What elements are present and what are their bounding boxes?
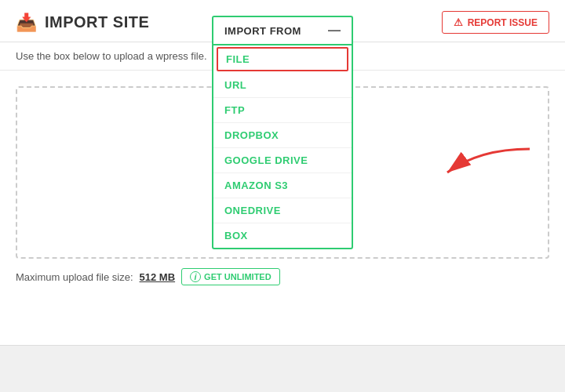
file-size-label: Maximum upload file size:	[16, 271, 133, 283]
get-unlimited-button[interactable]: i GET UNLIMITED	[181, 268, 280, 285]
main-content: Drag & Drop to upload IMPORT FROM — FILE…	[0, 71, 565, 345]
menu-item-onedrive[interactable]: ONEDRIVE	[213, 198, 352, 223]
menu-item-dropbox[interactable]: DROPBOX	[213, 123, 352, 148]
menu-item-url[interactable]: URL	[213, 73, 352, 98]
file-size-value[interactable]: 512 MB	[140, 271, 176, 283]
import-from-menu: FILE URL FTP DROPBOX GOOGLE DRIVE AMAZON…	[212, 44, 353, 249]
collapse-icon: —	[328, 24, 341, 38]
menu-item-amazon-s3[interactable]: AMAZON S3	[213, 173, 352, 198]
menu-item-ftp[interactable]: FTP	[213, 98, 352, 123]
report-issue-button[interactable]: ⚠ REPORT ISSUE	[442, 11, 549, 34]
menu-item-box[interactable]: BOX	[213, 223, 352, 248]
import-from-bar[interactable]: IMPORT FROM —	[212, 16, 353, 44]
warning-icon: ⚠	[454, 16, 463, 28]
import-icon: 📥	[16, 13, 37, 33]
menu-item-google-drive[interactable]: GOOGLE DRIVE	[213, 148, 352, 173]
import-from-label: IMPORT FROM	[224, 25, 301, 37]
menu-item-file[interactable]: FILE	[217, 47, 348, 71]
bottom-bar	[0, 345, 565, 392]
info-icon: i	[190, 271, 201, 282]
import-from-dropdown[interactable]: IMPORT FROM — FILE URL FTP DROPBOX GOOGL…	[212, 16, 353, 249]
red-arrow-indicator	[432, 145, 534, 195]
page-title: IMPORT SITE	[45, 13, 149, 31]
file-size-row: Maximum upload file size: 512 MB i GET U…	[16, 259, 549, 285]
